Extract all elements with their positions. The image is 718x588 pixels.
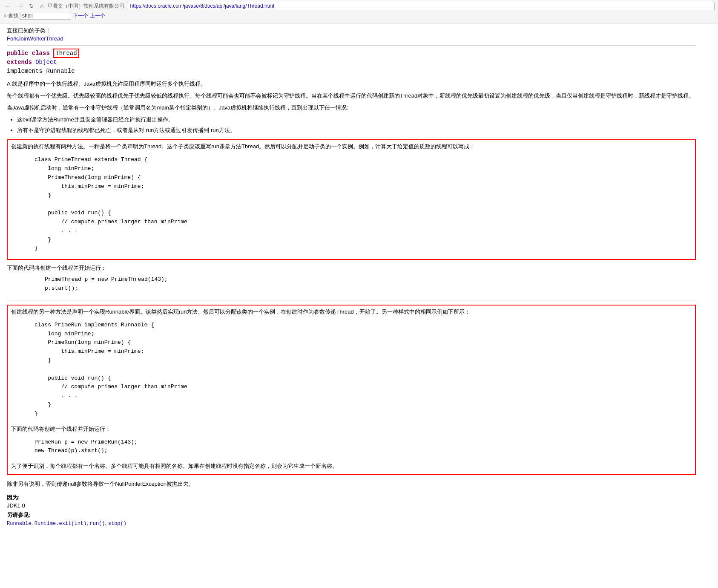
- code-snippet-2: PrimeRun p = new PrimeRun(143); new Thre…: [11, 435, 692, 459]
- stop-link[interactable]: stop(): [108, 521, 126, 527]
- nav-bar: ← → ↻ ⌂ 甲骨文（中国）软件系统有限公司: [3, 2, 715, 10]
- section2-after-label: 下面的代码将创建一个线程并开始运行：: [11, 425, 692, 433]
- since-value: JDK1.0: [7, 502, 696, 509]
- known-subclasses-section: 直接已知的子类： ForkJoinWorkerThread: [7, 27, 696, 42]
- class-signature: public class Thread extends Object imple…: [7, 49, 696, 76]
- section2-label: 创建线程的另一种方法是声明一个实现Runnable界面。该类然后实现run方法。…: [11, 308, 692, 316]
- divider-2: [7, 300, 696, 300]
- run-link[interactable]: run(): [90, 521, 105, 527]
- reload-button[interactable]: ↻: [27, 2, 36, 10]
- desc-bullet2: 所有不是守护进程线程的线程都已死亡，或者是从对 run方法或通过引发传播到 ru…: [17, 126, 696, 135]
- public-keyword: public class: [7, 50, 50, 57]
- null-note: 除非另有说明，否则传递null参数将导致一个NullPointerExcepti…: [7, 479, 696, 489]
- divider-1: [7, 45, 696, 46]
- search-bar: × 查找 下一个 上一个: [3, 12, 715, 20]
- meta-section: 因为: JDK1.0 另请参见: Runnable, Runtime.exit(…: [7, 494, 696, 527]
- runtime-exit-link[interactable]: Runtime.exit(int): [34, 521, 86, 527]
- search-close-button[interactable]: ×: [3, 13, 6, 19]
- address-bar[interactable]: [127, 2, 715, 10]
- search-prev-button[interactable]: 上一个: [90, 12, 105, 20]
- section1-after-label: 下面的代码将创建一个线程并开始运行：: [7, 264, 696, 272]
- also-label: 另请参见:: [7, 511, 696, 519]
- code-snippet-1: PrimeThread p = new PrimeThread(143); p.…: [7, 274, 696, 297]
- extends-keyword: extends: [7, 59, 32, 66]
- desc-para1: A 线是程序中的一个执行线程。Java虚拟机允许应用程序同时运行多个执行线程。: [7, 79, 696, 89]
- code-block-1: class PrimeThread extends Thread { long …: [11, 152, 692, 257]
- runnable-link[interactable]: Runnable: [7, 521, 32, 527]
- desc-list: 这exit课堂方法Runtime并且安全管理器已经允许执行退出操作。 所有不是守…: [17, 115, 696, 135]
- back-button[interactable]: ←: [3, 2, 13, 10]
- favicon-label: 甲骨文（中国）软件系统有限公司: [48, 3, 124, 10]
- search-input[interactable]: [20, 12, 71, 20]
- class-line2: extends Object: [7, 58, 696, 67]
- also-links: Runnable, Runtime.exit(int), run(), stop…: [7, 520, 696, 527]
- class-description: A 线是程序中的一个执行线程。Java虚拟机允许应用程序同时运行多个执行线程。 …: [7, 79, 696, 135]
- desc-bullet1: 这exit课堂方法Runtime并且安全管理器已经允许执行退出操作。: [17, 115, 696, 124]
- code-block-2: class PrimeRun implements Runnable { lon…: [11, 317, 692, 422]
- section2-footer: 为了便于识别，每个线程都有一个名称。多个线程可能具有相同的名称。如果在创建线程时…: [11, 462, 692, 470]
- search-next-button[interactable]: 下一个: [73, 12, 88, 20]
- page-content: 直接已知的子类： ForkJoinWorkerThread public cla…: [0, 23, 703, 533]
- class-line3: implements Runnable: [7, 67, 696, 76]
- desc-para2: 每个线程都有一个优先级。优先级较高的线程优先于优先级较低的线程执行。每个线程可能…: [7, 91, 696, 101]
- object-link: Object: [35, 59, 57, 66]
- search-label: 查找: [8, 12, 18, 20]
- implements-keyword: implements Runnable: [7, 68, 75, 75]
- class-name-highlight: Thread: [53, 49, 79, 58]
- prime-run-section: 创建线程的另一种方法是声明一个实现Runnable界面。该类然后实现run方法。…: [7, 305, 696, 475]
- home-button[interactable]: ⌂: [38, 2, 45, 10]
- since-label: 因为:: [7, 494, 696, 502]
- prime-thread-section: 创建新的执行线程有两种方法。一种是将一个类声明为Thread。这个子类应该重写r…: [7, 139, 696, 260]
- known-subclasses-links: ForkJoinWorkerThread: [7, 35, 696, 42]
- section1-label: 创建新的执行线程有两种方法。一种是将一个类声明为Thread。这个子类应该重写r…: [11, 143, 692, 150]
- class-line1: public class Thread: [7, 49, 696, 58]
- known-subclasses-label: 直接已知的子类：: [7, 27, 696, 35]
- browser-chrome: ← → ↻ ⌂ 甲骨文（中国）软件系统有限公司 × 查找 下一个 上一个: [0, 0, 718, 23]
- desc-para3: 当Java虚拟机启动时，通常有一个非守护线程（通常调用名为main某个指定类别的…: [7, 103, 696, 112]
- forward-button[interactable]: →: [15, 2, 25, 10]
- fork-join-worker-thread-link[interactable]: ForkJoinWorkerThread: [7, 35, 63, 42]
